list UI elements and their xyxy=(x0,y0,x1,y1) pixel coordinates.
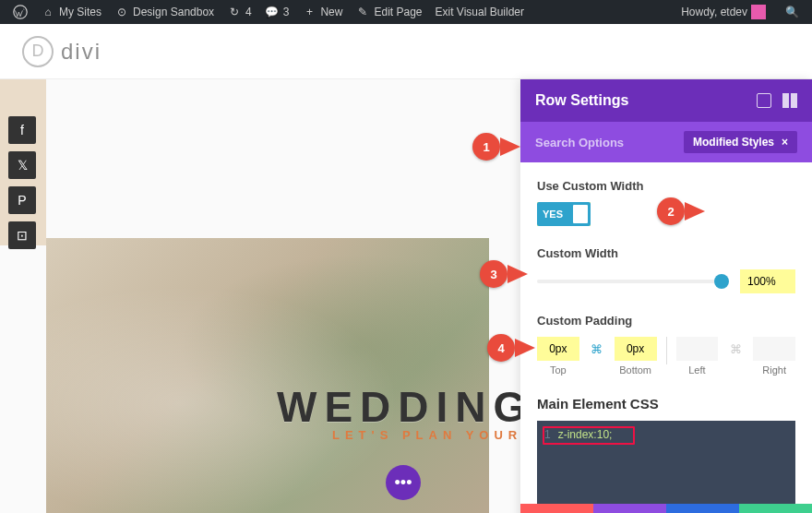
arrowhead-icon xyxy=(508,265,528,283)
toggle-knob xyxy=(573,205,588,223)
site-name-label: Design Sandbox xyxy=(133,6,214,18)
updates-link[interactable]: ↻4 xyxy=(221,5,257,19)
link-horizontal-icon[interactable]: ⌘ xyxy=(723,337,747,362)
main-element-css-label: Main Element CSS xyxy=(537,396,795,412)
pinterest-icon: P xyxy=(18,193,26,208)
custom-padding-field: Custom Padding Top ⌘ Bottom Left ⌘ Right xyxy=(537,314,795,376)
redo-button[interactable]: ↷ xyxy=(666,504,739,513)
close-button[interactable]: ✕ xyxy=(520,504,593,513)
modified-styles-label: Modified Styles xyxy=(693,136,774,149)
wp-logo[interactable] xyxy=(7,5,33,19)
social-bar: f 𝕏 P ⊡ xyxy=(8,116,36,249)
annotation-4: 4 xyxy=(487,334,535,362)
link-vertical-icon[interactable]: ⌘ xyxy=(585,337,609,362)
use-custom-width-label: Use Custom Width xyxy=(537,179,795,193)
new-link[interactable]: +New xyxy=(296,5,348,19)
hero-image xyxy=(46,238,489,513)
dots-icon: ••• xyxy=(395,473,412,493)
new-label: New xyxy=(320,6,342,18)
custom-width-label: Custom Width xyxy=(537,246,795,260)
howdy-label: Howdy, etdev xyxy=(681,6,747,18)
my-sites-link[interactable]: ⌂My Sites xyxy=(35,5,107,19)
padding-left-label: Left xyxy=(676,364,719,376)
comments-link[interactable]: 💬3 xyxy=(259,5,295,19)
my-sites-label: My Sites xyxy=(59,6,102,18)
custom-width-slider[interactable] xyxy=(537,280,729,283)
panel-header: Row Settings xyxy=(520,79,812,122)
edit-page-label: Edit Page xyxy=(374,6,422,18)
edit-page-link[interactable]: ✎Edit Page xyxy=(350,5,427,19)
instagram-button[interactable]: ⊡ xyxy=(8,221,36,249)
save-button[interactable]: ✓ xyxy=(739,504,812,513)
twitter-button[interactable]: 𝕏 xyxy=(8,151,36,179)
exit-builder-label: Exit Visual Builder xyxy=(436,6,525,18)
snap-icon[interactable] xyxy=(782,93,797,108)
custom-width-value[interactable]: 100% xyxy=(740,269,795,293)
divi-logo-icon: D xyxy=(22,36,54,67)
use-custom-width-toggle[interactable]: YES xyxy=(537,202,591,226)
comment-icon: 💬 xyxy=(265,5,280,19)
dashboard-icon: ⊙ xyxy=(114,5,129,19)
row-settings-panel: Row Settings Search Options Modified Sty… xyxy=(520,79,812,513)
padding-top-label: Top xyxy=(537,364,579,376)
undo-button[interactable]: ↶ xyxy=(593,504,666,513)
search-options-label[interactable]: Search Options xyxy=(535,136,624,149)
annotation-2: 2 xyxy=(657,197,705,225)
pencil-icon: ✎ xyxy=(355,5,370,19)
builder-fab[interactable]: ••• xyxy=(386,465,421,500)
comments-count: 3 xyxy=(283,6,290,18)
custom-padding-label: Custom Padding xyxy=(537,314,795,328)
divider xyxy=(666,337,667,364)
instagram-icon: ⊡ xyxy=(17,228,28,243)
divi-logo[interactable]: D divi xyxy=(22,36,102,67)
modified-styles-filter[interactable]: Modified Styles × xyxy=(684,131,797,153)
padding-bottom-label: Bottom xyxy=(615,364,657,376)
exit-builder-link[interactable]: Exit Visual Builder xyxy=(430,6,531,18)
hero-subtitle: LET'S PLAN YOUR xyxy=(332,428,522,442)
avatar xyxy=(751,5,766,19)
panel-title: Row Settings xyxy=(535,92,628,109)
wordpress-icon xyxy=(13,5,28,19)
custom-width-field: Custom Width 100% xyxy=(537,246,795,293)
padding-right-input[interactable] xyxy=(753,337,795,361)
arrowhead-icon xyxy=(515,339,535,357)
main-element-css-field: Main Element CSS 1z-index:10; xyxy=(537,396,795,504)
site-header: D divi xyxy=(0,24,812,79)
search-options-row: Search Options Modified Styles × xyxy=(520,122,812,162)
padding-bottom-input[interactable] xyxy=(615,337,657,361)
main-element-css-input[interactable]: 1z-index:10; xyxy=(537,421,795,504)
padding-top-input[interactable] xyxy=(537,337,579,361)
toggle-yes-label: YES xyxy=(543,209,563,220)
pinterest-button[interactable]: P xyxy=(8,186,36,214)
site-name-link[interactable]: ⊙Design Sandbox xyxy=(109,5,220,19)
plus-icon: + xyxy=(302,5,316,19)
padding-right-label: Right xyxy=(753,364,795,376)
search-toggle[interactable]: 🔍 xyxy=(779,5,805,19)
divi-logo-text: divi xyxy=(61,39,102,65)
panel-footer: ✕ ↶ ↷ ✓ xyxy=(520,504,812,513)
expand-icon[interactable] xyxy=(757,93,771,108)
facebook-icon: f xyxy=(20,123,24,137)
twitter-icon: 𝕏 xyxy=(18,158,28,173)
arrowhead-icon xyxy=(685,202,705,221)
facebook-button[interactable]: f xyxy=(8,116,36,144)
update-icon: ↻ xyxy=(227,5,242,19)
page-content: f 𝕏 P ⊡ WEDDING LET'S PLAN YOUR ••• Row … xyxy=(0,79,812,513)
home-icon: ⌂ xyxy=(41,5,55,19)
annotation-1: 1 xyxy=(472,133,520,161)
hero-title: WEDDING xyxy=(277,382,533,432)
annotation-3: 3 xyxy=(480,260,528,288)
search-icon: 🔍 xyxy=(784,5,799,19)
css-code-text: z-index:10; xyxy=(558,428,613,441)
css-line-number: 1 xyxy=(544,428,551,441)
close-icon[interactable]: × xyxy=(782,136,788,149)
padding-left-input[interactable] xyxy=(676,337,719,361)
wp-admin-bar: ⌂My Sites ⊙Design Sandbox ↻4 💬3 +New ✎Ed… xyxy=(0,0,812,24)
arrowhead-icon xyxy=(500,137,520,156)
updates-count: 4 xyxy=(245,6,252,18)
howdy-link[interactable]: Howdy, etdev xyxy=(675,5,771,19)
